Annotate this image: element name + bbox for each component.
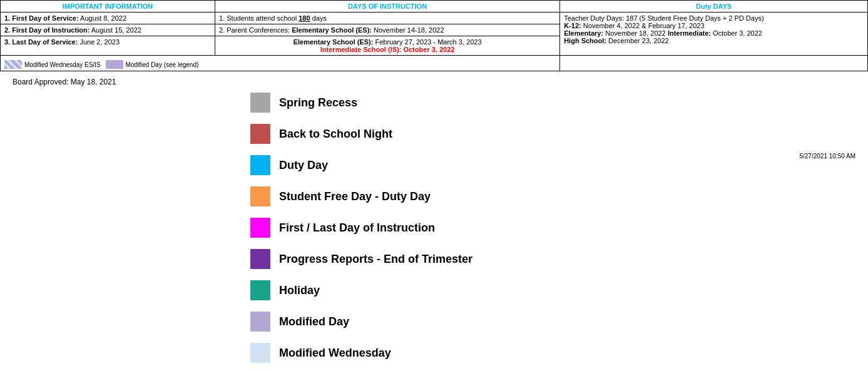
duty-row3: Elementary: November 18, 2022 Intermedia…: [564, 29, 864, 37]
row1-col2-start: 1. Students attend school: [219, 14, 299, 22]
col3-header: Duty DAYS: [560, 1, 868, 13]
duty-row3-value2: October 3, 2022: [711, 29, 762, 37]
row1-col2-end: days: [310, 14, 327, 22]
legend-section: Spring RecessBack to School NightDuty Da…: [250, 93, 868, 371]
duty-row3-value1: November 18, 2022: [603, 29, 668, 37]
table-row-modified: Modified Wednesday ES/IS Modified Day (s…: [1, 56, 868, 71]
col1-row2: 2. First Day of Instruction: August 15, …: [1, 24, 215, 36]
legend-color-box: [250, 186, 270, 206]
col2-row1: 1. Students attend school 180 days: [215, 13, 560, 24]
row4-col2-value: October 3, 2022: [401, 46, 454, 53]
duty-row3-bold1: Elementary:: [564, 29, 603, 37]
legend-item: Student Free Day - Duty Day: [250, 186, 868, 206]
legend-color-box: [250, 93, 270, 113]
modified-day-legend-cell: Modified Wednesday ES/IS Modified Day (s…: [1, 56, 560, 71]
legend-item: Modified Wednesday: [250, 343, 868, 363]
legend-color-box: [250, 124, 270, 144]
modified-day-label: Modified Day (see legend): [126, 61, 199, 68]
col1-header: IMPORTANT INFORMATION: [1, 1, 215, 13]
col1-row3: 3. Last Day of Service: June 2, 2023: [1, 36, 215, 56]
duty-row1: Teacher Duty Days: 187 (5 Student Free D…: [564, 14, 864, 22]
col2-row2: 2. Parent Conferences: Elementary School…: [215, 24, 560, 36]
row3-col1-bold: 3. Last Day of Service:: [4, 38, 78, 46]
row4-col2-bold: Intermediate School (IS):: [320, 46, 402, 53]
duty-row4-bold: High School:: [564, 37, 606, 44]
legend-label: Holiday: [279, 284, 320, 297]
duty-row4-value: December 23, 2022: [606, 37, 669, 44]
legend-item: First / Last Day of Instruction: [250, 218, 868, 238]
duty-row2-bold: K-12:: [564, 22, 581, 29]
legend-color-box: [250, 280, 270, 300]
legend-color-box: [250, 312, 270, 332]
legend-label: Modified Wednesday: [279, 347, 391, 360]
col2-row3: Elementary School (ES): February 27, 202…: [215, 36, 560, 56]
legend-label: Duty Day: [279, 159, 328, 172]
legend-color-box: [250, 249, 270, 269]
row3-col2-value: February 27, 2023 - March 3, 2023: [373, 38, 481, 46]
row3-col2-bold: Elementary School (ES):: [294, 38, 374, 46]
row1-col1-bold: 1. First Day of Service:: [4, 14, 79, 22]
legend-label: First / Last Day of Instruction: [279, 221, 435, 235]
row2-col1-value: August 15, 2022: [89, 26, 141, 34]
duty-row4: High School: December 23, 2022: [564, 37, 864, 44]
legend-item: Spring Recess: [250, 93, 868, 113]
legend-item: Back to School Night: [250, 124, 868, 144]
table-row: 1. First Day of Service: August 8, 2022 …: [1, 13, 868, 24]
modified-wednesday-label: Modified Wednesday ES/IS: [24, 61, 101, 68]
row2-col2-bold: Elementary School (ES):: [292, 26, 372, 34]
col2-header: DAYS OF INSTRUCTION: [215, 1, 560, 13]
empty-cell: [560, 56, 868, 71]
info-table: IMPORTANT INFORMATION DAYS OF INSTRUCTIO…: [0, 0, 868, 71]
duty-row3-bold2: Intermediate:: [668, 29, 711, 37]
col1-row1: 1. First Day of Service: August 8, 2022: [1, 13, 215, 24]
row2-col1-bold: 2. First Day of Instruction:: [4, 26, 89, 34]
legend-label: Progress Reports - End of Trimester: [279, 253, 472, 266]
legend-item: Duty Day: [250, 155, 868, 175]
legend-item: Holiday: [250, 280, 868, 300]
legend-label: Spring Recess: [279, 96, 357, 109]
row1-col1-value: August 8, 2022: [79, 14, 126, 22]
legend-color-box: [250, 218, 270, 238]
row2-col2-value: November 14-18, 2022: [372, 26, 444, 34]
legend-item: Modified Day: [250, 312, 868, 332]
legend-label: Student Free Day - Duty Day: [279, 190, 431, 203]
legend-item: Progress Reports - End of Trimester: [250, 249, 868, 269]
duty-row2-value: November 4, 2022 & February 17, 2023: [581, 22, 705, 29]
legend-color-box: [250, 155, 270, 175]
legend-color-box: [250, 343, 270, 363]
col3-all-rows: Teacher Duty Days: 187 (5 Student Free D…: [560, 13, 868, 56]
row1-col2-underline: 180: [299, 14, 310, 22]
row4-col2-div: Intermediate School (IS): October 3, 202…: [219, 46, 556, 53]
legend-label: Back to School Night: [279, 128, 392, 141]
legend-label: Modified Day: [279, 315, 349, 328]
duty-row2: K-12: November 4, 2022 & February 17, 20…: [564, 22, 864, 29]
row3-col1-value: June 2, 2023: [78, 38, 120, 46]
row3-col2-div: Elementary School (ES): February 27, 202…: [219, 38, 556, 46]
row2-col2-start: 2. Parent Conferences:: [219, 26, 292, 34]
modified-day-box: [106, 60, 123, 69]
modified-day-row: Modified Wednesday ES/IS Modified Day (s…: [4, 60, 556, 69]
board-approved: Board Approved: May 18, 2021: [13, 78, 868, 86]
modified-wednesday-box: [4, 60, 22, 69]
